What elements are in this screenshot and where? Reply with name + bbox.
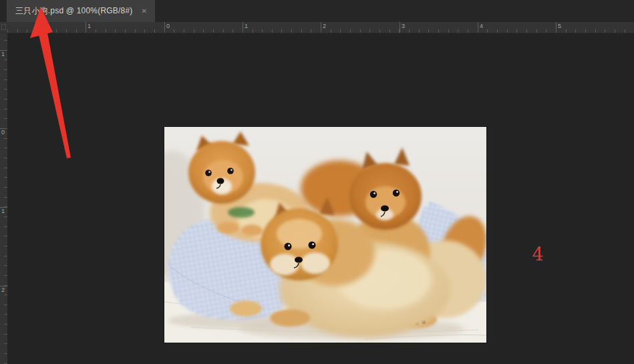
ruler-major-tick: 0: [164, 22, 165, 33]
annotation-number: 4: [528, 244, 548, 264]
ruler-major-tick: 1: [0, 50, 7, 51]
document-image[interactable]: [164, 127, 486, 343]
ruler-major-tick: 4: [478, 22, 478, 33]
canvas-area[interactable]: 4: [7, 33, 634, 364]
ruler-label: 3: [402, 23, 405, 30]
photoshop-window: 三只小狗.psd @ 100%(RGB/8#) ✕ 1 0 1 2 3 4 5 …: [0, 0, 634, 364]
ruler-major-tick: 3: [400, 22, 400, 33]
ruler-label: 2: [1, 287, 5, 293]
document-tab-bar: 三只小狗.psd @ 100%(RGB/8#) ✕: [0, 0, 634, 22]
document-tab[interactable]: 三只小狗.psd @ 100%(RGB/8#) ✕: [7, 0, 155, 22]
ruler-label: 1: [88, 23, 91, 30]
ruler-origin-box[interactable]: [0, 22, 7, 33]
ruler-label: 4: [480, 23, 483, 30]
close-icon[interactable]: ✕: [142, 7, 147, 15]
horizontal-ruler[interactable]: 1 0 1 2 3 4 5: [7, 22, 634, 33]
ruler-major-tick: 1: [86, 22, 86, 33]
ruler-label: 1: [1, 208, 5, 214]
ruler-label: 0: [1, 130, 5, 136]
ruler-major-tick: 0: [0, 128, 7, 129]
ruler-major-tick: 2: [0, 286, 7, 287]
vertical-ruler[interactable]: 1 0 1 2: [0, 33, 7, 364]
ruler-major-tick: 5: [556, 22, 557, 33]
ruler-major-tick: 2: [321, 22, 321, 33]
ruler-label: 2: [323, 23, 326, 30]
dogs-photo: [164, 127, 486, 343]
ruler-label: 1: [245, 23, 248, 30]
ruler-major-tick: 1: [0, 207, 7, 208]
ruler-label: 0: [166, 23, 170, 30]
ruler-label: 5: [558, 23, 561, 30]
ruler-major-tick: 1: [243, 22, 243, 33]
ruler-label: 1: [1, 51, 5, 57]
document-tab-title: 三只小狗.psd @ 100%(RGB/8#): [15, 5, 133, 17]
